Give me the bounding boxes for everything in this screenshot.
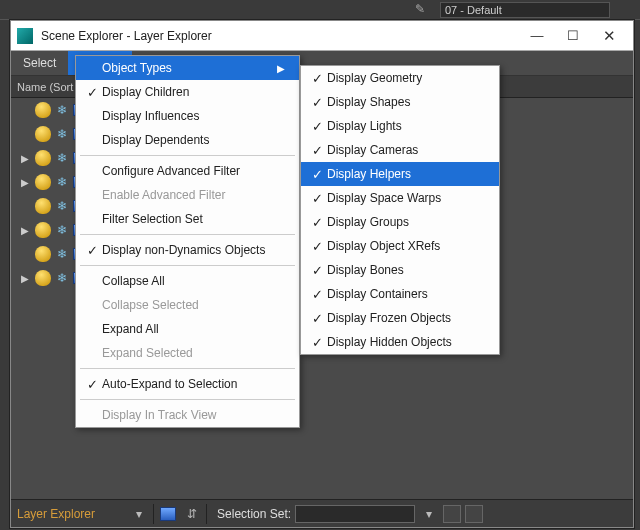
- submenu-bones[interactable]: ✓Display Bones: [301, 258, 499, 282]
- menu-expand-all[interactable]: Expand All: [76, 317, 299, 341]
- hierarchy-icon[interactable]: ⇵: [182, 504, 202, 524]
- menu-display-dependents[interactable]: Display Dependents: [76, 128, 299, 152]
- menu-expand-selected: Expand Selected: [76, 341, 299, 365]
- bulb-icon[interactable]: [35, 126, 51, 142]
- object-types-submenu: ✓Display Geometry ✓Display Shapes ✓Displ…: [300, 65, 500, 355]
- bulb-icon[interactable]: [35, 150, 51, 166]
- freeze-icon[interactable]: ❄: [55, 103, 69, 117]
- status-label: Layer Explorer: [17, 507, 125, 521]
- freeze-icon[interactable]: ❄: [55, 247, 69, 261]
- freeze-icon[interactable]: ❄: [55, 127, 69, 141]
- freeze-icon[interactable]: ❄: [55, 175, 69, 189]
- submenu-frozen[interactable]: ✓Display Frozen Objects: [301, 306, 499, 330]
- layers-icon[interactable]: [158, 504, 178, 524]
- menu-separator: [80, 155, 295, 156]
- bulb-icon[interactable]: [35, 174, 51, 190]
- submenu-xrefs[interactable]: ✓Display Object XRefs: [301, 234, 499, 258]
- dropdown-arrow-icon[interactable]: ▾: [419, 504, 439, 524]
- menu-separator: [80, 265, 295, 266]
- menu-separator: [80, 234, 295, 235]
- titlebar[interactable]: Scene Explorer - Layer Explorer — ☐ ✕: [11, 21, 633, 51]
- selset-button-2[interactable]: [465, 505, 483, 523]
- separator: [206, 504, 207, 524]
- submenu-spacewarps[interactable]: ✓Display Space Warps: [301, 186, 499, 210]
- menu-non-dynamics[interactable]: ✓Display non-Dynamics Objects: [76, 238, 299, 262]
- selset-button-1[interactable]: [443, 505, 461, 523]
- bulb-icon[interactable]: [35, 270, 51, 286]
- close-button[interactable]: ✕: [591, 22, 627, 50]
- menu-display-children[interactable]: ✓Display Children: [76, 80, 299, 104]
- freeze-icon[interactable]: ❄: [55, 271, 69, 285]
- menu-display-influences[interactable]: Display Influences: [76, 104, 299, 128]
- maximize-button[interactable]: ☐: [555, 22, 591, 50]
- dropdown-arrow-icon[interactable]: ▾: [129, 504, 149, 524]
- menu-separator: [80, 368, 295, 369]
- bulb-icon[interactable]: [35, 198, 51, 214]
- submenu-lights[interactable]: ✓Display Lights: [301, 114, 499, 138]
- menu-configure-filter[interactable]: Configure Advanced Filter: [76, 159, 299, 183]
- window-title: Scene Explorer - Layer Explorer: [41, 29, 519, 43]
- background-toolbar: ✎ 07 - Default: [0, 0, 640, 20]
- bulb-icon[interactable]: [35, 102, 51, 118]
- menu-collapse-selected: Collapse Selected: [76, 293, 299, 317]
- submenu-arrow-icon: ▶: [277, 63, 285, 74]
- freeze-icon[interactable]: ❄: [55, 199, 69, 213]
- menu-select[interactable]: Select: [11, 51, 68, 75]
- submenu-hidden[interactable]: ✓Display Hidden Objects: [301, 330, 499, 354]
- submenu-cameras[interactable]: ✓Display Cameras: [301, 138, 499, 162]
- app-icon: [17, 28, 33, 44]
- selection-set-label: Selection Set:: [217, 507, 291, 521]
- submenu-containers[interactable]: ✓Display Containers: [301, 282, 499, 306]
- freeze-icon[interactable]: ❄: [55, 223, 69, 237]
- menu-object-types[interactable]: Object Types▶: [76, 56, 299, 80]
- separator: [153, 504, 154, 524]
- submenu-geometry[interactable]: ✓Display Geometry: [301, 66, 499, 90]
- menu-separator: [80, 399, 295, 400]
- menu-track-view: Display In Track View: [76, 403, 299, 427]
- bulb-icon[interactable]: [35, 222, 51, 238]
- display-menu-dropdown: Object Types▶ ✓Display Children Display …: [75, 55, 300, 428]
- material-dropdown[interactable]: 07 - Default: [440, 2, 610, 18]
- menu-auto-expand[interactable]: ✓Auto-Expand to Selection: [76, 372, 299, 396]
- wand-icon: ✎: [415, 2, 425, 16]
- menu-enable-filter: Enable Advanced Filter: [76, 183, 299, 207]
- submenu-shapes[interactable]: ✓Display Shapes: [301, 90, 499, 114]
- menu-collapse-all[interactable]: Collapse All: [76, 269, 299, 293]
- submenu-groups[interactable]: ✓Display Groups: [301, 210, 499, 234]
- bulb-icon[interactable]: [35, 246, 51, 262]
- minimize-button[interactable]: —: [519, 22, 555, 50]
- statusbar: Layer Explorer ▾ ⇵ Selection Set: ▾: [11, 499, 633, 527]
- selection-set-dropdown[interactable]: [295, 505, 415, 523]
- freeze-icon[interactable]: ❄: [55, 151, 69, 165]
- submenu-helpers[interactable]: ✓Display Helpers: [301, 162, 499, 186]
- menu-filter-selection-set[interactable]: Filter Selection Set: [76, 207, 299, 231]
